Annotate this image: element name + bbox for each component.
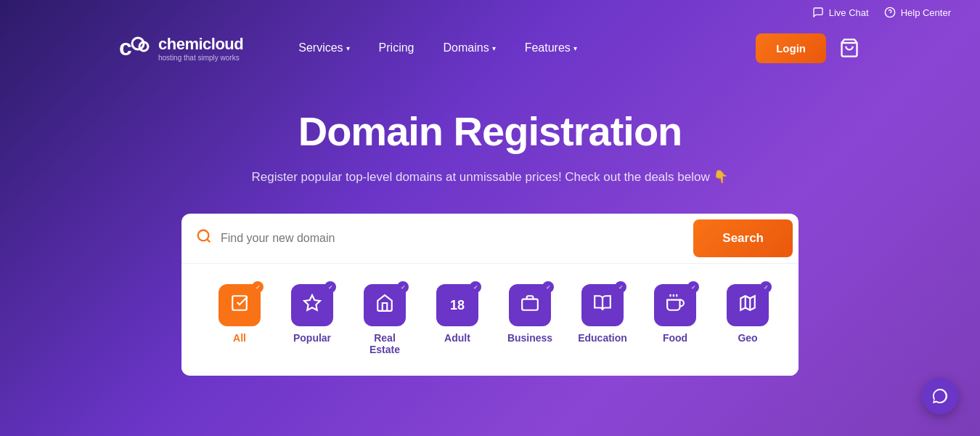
- all-label: All: [233, 332, 246, 344]
- logo[interactable]: c chemicloud hosting that simply works: [116, 31, 243, 65]
- popular-icon: [303, 294, 322, 317]
- nav-actions: Login: [756, 33, 864, 63]
- svg-text:c: c: [119, 34, 132, 60]
- food-label: Food: [663, 332, 687, 344]
- food-check-badge: ✓: [687, 281, 699, 293]
- nav-links: Services ▾ Pricing Domains ▾ Features ▾: [287, 36, 756, 60]
- cart-button[interactable]: [835, 33, 864, 62]
- food-icon-wrap: ✓: [654, 284, 696, 326]
- help-center-link[interactable]: Help Center: [883, 6, 951, 19]
- education-check-badge: ✓: [615, 281, 626, 293]
- category-realestate[interactable]: ✓ Real Estate: [348, 278, 421, 361]
- adult-icon-wrap: ✓ 18: [436, 284, 478, 326]
- category-business[interactable]: ✓ Business: [494, 278, 566, 350]
- adult-label: Adult: [444, 332, 470, 344]
- svg-point-7: [198, 230, 209, 241]
- geo-icon-wrap: ✓: [727, 284, 769, 326]
- geo-check-badge: ✓: [760, 281, 772, 293]
- business-check-badge: ✓: [542, 281, 554, 293]
- education-icon: [593, 294, 612, 317]
- realestate-icon: [375, 294, 394, 317]
- logo-text: chemicloud hosting that simply works: [158, 35, 243, 62]
- help-icon: [883, 6, 897, 19]
- live-chat-link[interactable]: Live Chat: [812, 6, 869, 19]
- search-row: Search: [181, 214, 799, 263]
- adult-check-badge: ✓: [470, 281, 481, 293]
- nav-services[interactable]: Services ▾: [287, 36, 361, 60]
- food-icon: [666, 294, 685, 317]
- categories-row: ✓ All ✓: [181, 263, 799, 376]
- services-chevron-icon: ▾: [346, 44, 350, 52]
- svg-marker-10: [304, 295, 320, 310]
- search-button[interactable]: Search: [693, 219, 793, 257]
- category-geo[interactable]: ✓ Geo: [711, 278, 784, 350]
- all-icon-wrap: ✓: [219, 284, 261, 326]
- business-label: Business: [507, 332, 552, 344]
- svg-rect-11: [522, 299, 538, 310]
- svg-marker-16: [740, 296, 755, 310]
- adult-icon: 18: [450, 298, 465, 313]
- svg-line-8: [207, 239, 210, 242]
- popular-label: Popular: [293, 332, 331, 344]
- domains-chevron-icon: ▾: [492, 44, 496, 52]
- realestate-label: Real Estate: [363, 332, 407, 355]
- features-chevron-icon: ▾: [573, 44, 577, 52]
- nav-features[interactable]: Features ▾: [513, 36, 589, 60]
- chat-bubble-button[interactable]: [922, 378, 958, 414]
- business-icon: [520, 294, 539, 317]
- svg-rect-9: [232, 296, 247, 310]
- domain-search-input[interactable]: [221, 232, 693, 245]
- geo-label: Geo: [738, 332, 757, 344]
- login-button[interactable]: Login: [756, 33, 826, 63]
- popular-icon-wrap: ✓: [291, 284, 333, 326]
- category-food[interactable]: ✓ Food: [639, 278, 711, 350]
- education-label: Education: [578, 332, 627, 344]
- all-check-badge: ✓: [252, 281, 264, 293]
- hero-subtitle: Register popular top-level domains at un…: [15, 169, 965, 185]
- category-adult[interactable]: ✓ 18 Adult: [421, 278, 494, 350]
- education-icon-wrap: ✓: [581, 284, 624, 326]
- nav-pricing[interactable]: Pricing: [367, 36, 426, 60]
- search-container: Search ✓ All ✓: [181, 214, 799, 376]
- category-education[interactable]: ✓ Education: [566, 278, 639, 350]
- hero-section: Domain Registration Register popular top…: [0, 71, 980, 397]
- navbar: c chemicloud hosting that simply works S…: [0, 25, 980, 71]
- search-icon: [196, 228, 212, 249]
- all-icon: [230, 294, 249, 317]
- nav-domains[interactable]: Domains ▾: [432, 36, 507, 60]
- realestate-icon-wrap: ✓: [364, 284, 406, 326]
- hero-title: Domain Registration: [15, 108, 965, 155]
- category-popular[interactable]: ✓ Popular: [276, 278, 348, 350]
- business-icon-wrap: ✓: [509, 284, 551, 326]
- popular-check-badge: ✓: [324, 281, 336, 293]
- category-all[interactable]: ✓ All: [203, 278, 276, 350]
- geo-icon: [738, 294, 757, 317]
- realestate-check-badge: ✓: [397, 281, 409, 293]
- chat-icon: [812, 6, 825, 19]
- top-bar: Live Chat Help Center: [0, 0, 980, 25]
